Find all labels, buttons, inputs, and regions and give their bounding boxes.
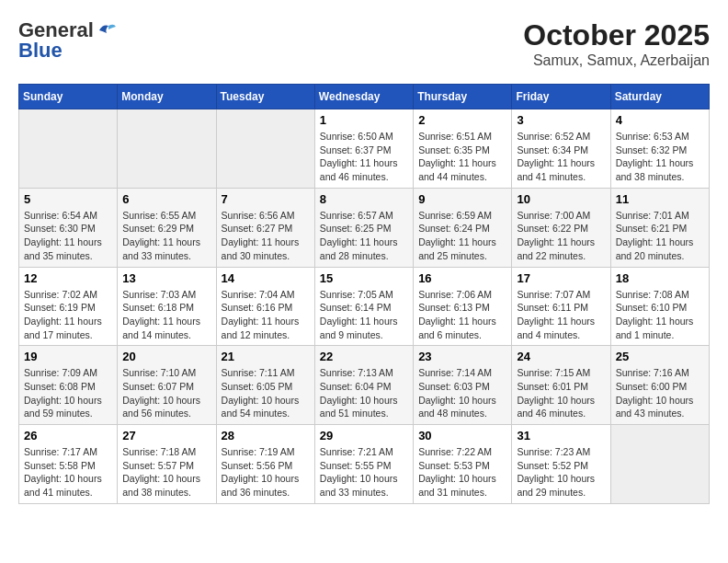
day-number: 30 xyxy=(418,429,506,442)
day-number: 3 xyxy=(517,113,605,127)
day-number: 19 xyxy=(24,350,112,363)
day-info: Sunrise: 6:54 AMSunset: 6:30 PMDaylight:… xyxy=(24,209,112,263)
calendar-cell: 18Sunrise: 7:08 AMSunset: 6:10 PMDayligh… xyxy=(610,267,709,346)
calendar-cell: 31Sunrise: 7:23 AMSunset: 5:52 PMDayligh… xyxy=(512,425,610,504)
day-number: 22 xyxy=(320,350,408,363)
day-of-week-header: Monday xyxy=(118,85,216,109)
day-number: 5 xyxy=(24,192,112,206)
title-block: October 2025 Samux, Samux, Azerbaijan xyxy=(523,18,710,69)
day-info: Sunrise: 7:10 AMSunset: 6:07 PMDaylight:… xyxy=(122,366,210,420)
logo: General Blue xyxy=(18,18,118,63)
calendar-cell: 14Sunrise: 7:04 AMSunset: 6:16 PMDayligh… xyxy=(216,267,314,346)
day-info: Sunrise: 7:23 AMSunset: 5:52 PMDaylight:… xyxy=(517,445,605,500)
day-number: 23 xyxy=(418,350,506,363)
calendar-cell xyxy=(216,109,314,189)
calendar-cell: 20Sunrise: 7:10 AMSunset: 6:07 PMDayligh… xyxy=(118,346,216,425)
day-number: 31 xyxy=(517,429,605,442)
day-info: Sunrise: 7:07 AMSunset: 6:11 PMDaylight:… xyxy=(517,288,605,342)
day-info: Sunrise: 7:15 AMSunset: 6:01 PMDaylight:… xyxy=(517,366,605,420)
day-info: Sunrise: 6:57 AMSunset: 6:25 PMDaylight:… xyxy=(320,209,408,263)
day-number: 11 xyxy=(616,192,704,206)
calendar-cell: 5Sunrise: 6:54 AMSunset: 6:30 PMDaylight… xyxy=(19,188,118,267)
day-of-week-header: Thursday xyxy=(414,85,512,109)
calendar-cell: 27Sunrise: 7:18 AMSunset: 5:57 PMDayligh… xyxy=(118,425,216,504)
day-info: Sunrise: 7:06 AMSunset: 6:13 PMDaylight:… xyxy=(418,288,506,342)
day-info: Sunrise: 7:11 AMSunset: 6:05 PMDaylight:… xyxy=(222,366,310,420)
day-info: Sunrise: 7:05 AMSunset: 6:14 PMDaylight:… xyxy=(320,288,408,342)
calendar-cell: 11Sunrise: 7:01 AMSunset: 6:21 PMDayligh… xyxy=(610,188,709,267)
day-number: 13 xyxy=(122,271,210,285)
calendar-cell: 23Sunrise: 7:14 AMSunset: 6:03 PMDayligh… xyxy=(414,346,512,425)
location-subtitle: Samux, Samux, Azerbaijan xyxy=(523,52,710,69)
day-info: Sunrise: 7:19 AMSunset: 5:56 PMDaylight:… xyxy=(222,445,310,500)
day-number: 8 xyxy=(320,192,408,206)
day-number: 2 xyxy=(418,113,506,127)
logo-blue: Blue xyxy=(18,39,63,63)
calendar-cell: 26Sunrise: 7:17 AMSunset: 5:58 PMDayligh… xyxy=(19,425,118,504)
day-number: 28 xyxy=(222,429,310,442)
day-info: Sunrise: 7:01 AMSunset: 6:21 PMDaylight:… xyxy=(616,209,704,263)
calendar-cell: 22Sunrise: 7:13 AMSunset: 6:04 PMDayligh… xyxy=(314,346,413,425)
day-info: Sunrise: 7:09 AMSunset: 6:08 PMDaylight:… xyxy=(24,366,112,420)
calendar-cell: 16Sunrise: 7:06 AMSunset: 6:13 PMDayligh… xyxy=(414,267,512,346)
calendar-cell: 15Sunrise: 7:05 AMSunset: 6:14 PMDayligh… xyxy=(314,267,413,346)
day-info: Sunrise: 6:52 AMSunset: 6:34 PMDaylight:… xyxy=(517,130,605,184)
day-number: 10 xyxy=(517,192,605,206)
calendar-cell: 1Sunrise: 6:50 AMSunset: 6:37 PMDaylight… xyxy=(314,109,413,189)
day-number: 24 xyxy=(517,350,605,363)
day-of-week-header: Wednesday xyxy=(314,85,413,109)
day-info: Sunrise: 7:03 AMSunset: 6:18 PMDaylight:… xyxy=(122,288,210,342)
day-of-week-header: Saturday xyxy=(610,85,709,109)
calendar-cell: 4Sunrise: 6:53 AMSunset: 6:32 PMDaylight… xyxy=(610,109,709,189)
month-year-title: October 2025 xyxy=(523,18,710,52)
day-info: Sunrise: 7:17 AMSunset: 5:58 PMDaylight:… xyxy=(24,445,112,500)
calendar-cell: 8Sunrise: 6:57 AMSunset: 6:25 PMDaylight… xyxy=(314,188,413,267)
page-header: General Blue October 2025 Samux, Samux, … xyxy=(18,18,710,69)
day-of-week-header: Tuesday xyxy=(216,85,314,109)
day-info: Sunrise: 7:02 AMSunset: 6:19 PMDaylight:… xyxy=(24,288,112,342)
day-info: Sunrise: 6:56 AMSunset: 6:27 PMDaylight:… xyxy=(222,209,310,263)
calendar-cell: 3Sunrise: 6:52 AMSunset: 6:34 PMDaylight… xyxy=(512,109,610,189)
day-number: 16 xyxy=(418,271,506,285)
day-of-week-header: Friday xyxy=(512,85,610,109)
calendar-cell: 24Sunrise: 7:15 AMSunset: 6:01 PMDayligh… xyxy=(512,346,610,425)
day-number: 17 xyxy=(517,271,605,285)
calendar-table: SundayMondayTuesdayWednesdayThursdayFrid… xyxy=(18,84,710,504)
day-info: Sunrise: 6:59 AMSunset: 6:24 PMDaylight:… xyxy=(418,209,506,263)
calendar-cell: 2Sunrise: 6:51 AMSunset: 6:35 PMDaylight… xyxy=(414,109,512,189)
day-info: Sunrise: 7:00 AMSunset: 6:22 PMDaylight:… xyxy=(517,209,605,263)
day-number: 18 xyxy=(616,271,704,285)
calendar-cell: 17Sunrise: 7:07 AMSunset: 6:11 PMDayligh… xyxy=(512,267,610,346)
day-number: 9 xyxy=(418,192,506,206)
calendar-cell: 9Sunrise: 6:59 AMSunset: 6:24 PMDaylight… xyxy=(414,188,512,267)
calendar-cell: 6Sunrise: 6:55 AMSunset: 6:29 PMDaylight… xyxy=(118,188,216,267)
day-info: Sunrise: 7:18 AMSunset: 5:57 PMDaylight:… xyxy=(122,445,210,500)
calendar-cell: 28Sunrise: 7:19 AMSunset: 5:56 PMDayligh… xyxy=(216,425,314,504)
day-number: 12 xyxy=(24,271,112,285)
day-info: Sunrise: 7:13 AMSunset: 6:04 PMDaylight:… xyxy=(320,366,408,420)
day-number: 7 xyxy=(222,192,310,206)
day-info: Sunrise: 7:04 AMSunset: 6:16 PMDaylight:… xyxy=(222,288,310,342)
calendar-cell: 21Sunrise: 7:11 AMSunset: 6:05 PMDayligh… xyxy=(216,346,314,425)
day-info: Sunrise: 7:14 AMSunset: 6:03 PMDaylight:… xyxy=(418,366,506,420)
day-of-week-header: Sunday xyxy=(19,85,118,109)
calendar-cell: 25Sunrise: 7:16 AMSunset: 6:00 PMDayligh… xyxy=(610,346,709,425)
day-info: Sunrise: 7:16 AMSunset: 6:00 PMDaylight:… xyxy=(616,366,704,420)
calendar-cell xyxy=(118,109,216,189)
day-info: Sunrise: 7:08 AMSunset: 6:10 PMDaylight:… xyxy=(616,288,704,342)
day-info: Sunrise: 6:50 AMSunset: 6:37 PMDaylight:… xyxy=(320,130,408,184)
calendar-cell: 30Sunrise: 7:22 AMSunset: 5:53 PMDayligh… xyxy=(414,425,512,504)
day-info: Sunrise: 6:55 AMSunset: 6:29 PMDaylight:… xyxy=(122,209,210,263)
day-info: Sunrise: 7:21 AMSunset: 5:55 PMDaylight:… xyxy=(320,445,408,500)
logo-bird-icon xyxy=(96,22,118,39)
day-info: Sunrise: 6:51 AMSunset: 6:35 PMDaylight:… xyxy=(418,130,506,184)
calendar-cell: 29Sunrise: 7:21 AMSunset: 5:55 PMDayligh… xyxy=(314,425,413,504)
calendar-cell: 12Sunrise: 7:02 AMSunset: 6:19 PMDayligh… xyxy=(19,267,118,346)
calendar-cell: 10Sunrise: 7:00 AMSunset: 6:22 PMDayligh… xyxy=(512,188,610,267)
calendar-cell: 7Sunrise: 6:56 AMSunset: 6:27 PMDaylight… xyxy=(216,188,314,267)
day-number: 26 xyxy=(24,429,112,442)
day-info: Sunrise: 7:22 AMSunset: 5:53 PMDaylight:… xyxy=(418,445,506,500)
day-number: 25 xyxy=(616,350,704,363)
day-info: Sunrise: 6:53 AMSunset: 6:32 PMDaylight:… xyxy=(616,130,704,184)
calendar-cell: 13Sunrise: 7:03 AMSunset: 6:18 PMDayligh… xyxy=(118,267,216,346)
